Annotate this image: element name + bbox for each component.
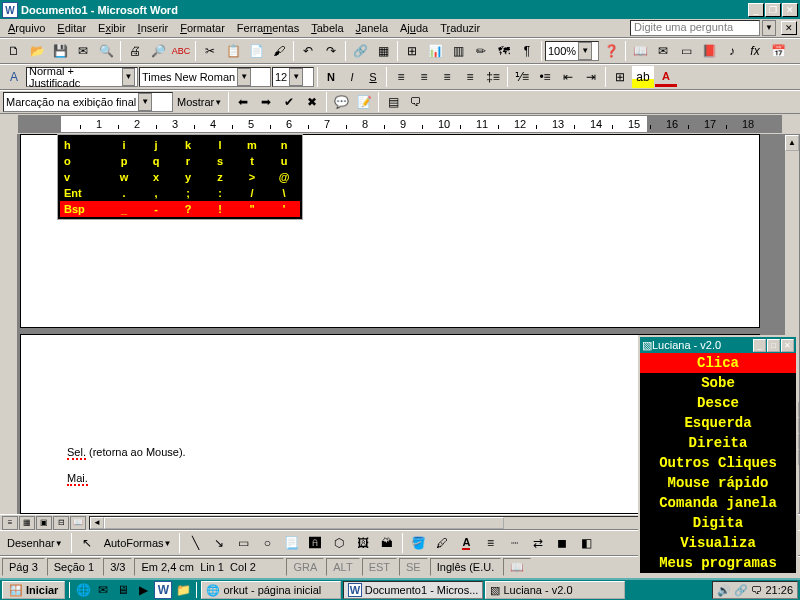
luciana-item-desce[interactable]: Desce (640, 393, 796, 413)
highlight-button[interactable]: ab (632, 66, 654, 88)
kbd-key[interactable]: " (236, 201, 268, 217)
minimize-button[interactable]: _ (748, 3, 764, 17)
luciana-item-comanda-janela[interactable]: Comanda janela (640, 493, 796, 513)
kbd-key[interactable]: j (140, 137, 172, 153)
taskbar-button-0[interactable]: 🌐orkut - página inicial (201, 581, 341, 599)
kbd-key[interactable]: ? (172, 201, 204, 217)
excel-button[interactable]: 📊 (424, 40, 446, 62)
kbd-row-0[interactable]: hijklmn (60, 137, 300, 153)
reading-view-button[interactable]: 📖 (70, 516, 86, 530)
next-change-button[interactable]: ➡ (255, 91, 277, 113)
kbd-key[interactable]: s (204, 153, 236, 169)
insert-table-button[interactable]: ⊞ (401, 40, 423, 62)
columns-button[interactable]: ▥ (447, 40, 469, 62)
kbd-key[interactable]: q (140, 153, 172, 169)
open-button[interactable]: 📂 (26, 40, 48, 62)
email-button[interactable]: ✉ (72, 40, 94, 62)
luciana-item-direita[interactable]: Direita (640, 433, 796, 453)
help-search-arrow[interactable]: ▼ (762, 20, 776, 36)
doc-line-2[interactable]: Mai. (67, 469, 88, 486)
menu-janela[interactable]: Janela (351, 20, 393, 36)
kbd-key[interactable]: k (172, 137, 204, 153)
kbd-key[interactable]: ; (172, 185, 204, 201)
kbd-key[interactable]: Ent (60, 185, 108, 201)
status-language[interactable]: Inglês (E.U. (430, 558, 501, 576)
line-spacing-button[interactable]: ‡≡ (482, 66, 504, 88)
luciana-item-esquerda[interactable]: Esquerda (640, 413, 796, 433)
luciana-item-mouse-rápido[interactable]: Mouse rápido (640, 473, 796, 493)
kbd-key[interactable]: w (108, 169, 140, 185)
styles-pane-button[interactable]: A (3, 66, 25, 88)
kbd-key[interactable]: @ (268, 169, 300, 185)
clipart-button[interactable]: 🖼 (352, 532, 374, 554)
status-alt[interactable]: ALT (326, 558, 359, 576)
align-left-button[interactable]: ≡ (390, 66, 412, 88)
kbd-key[interactable]: _ (108, 201, 140, 217)
kbd-key[interactable]: r (172, 153, 204, 169)
borders-button[interactable]: ⊞ (609, 66, 631, 88)
fill-color-button[interactable]: 🪣 (407, 532, 429, 554)
prev-change-button[interactable]: ⬅ (232, 91, 254, 113)
fx-button[interactable]: fx (744, 40, 766, 62)
indent-button[interactable]: ⇥ (580, 66, 602, 88)
font-color-draw-button[interactable]: A (455, 532, 477, 554)
arrow-button[interactable]: ↘ (208, 532, 230, 554)
luciana-close-button[interactable]: ✕ (781, 339, 794, 352)
undo-button[interactable]: ↶ (297, 40, 319, 62)
copy-button[interactable]: 📋 (222, 40, 244, 62)
arrow-style-button[interactable]: ⇄ (527, 532, 549, 554)
print-button[interactable]: 🖨 (124, 40, 146, 62)
align-right-button[interactable]: ≡ (436, 66, 458, 88)
doc-line-1[interactable]: Sel. (retorna ao Mouse). (67, 443, 186, 460)
luciana-window[interactable]: ▧ Luciana - v2.0 _ □ ✕ ClicaSobeDesceEsq… (638, 335, 798, 575)
comment-button[interactable]: 💬 (330, 91, 352, 113)
rectangle-button[interactable]: ▭ (232, 532, 254, 554)
style-combo[interactable]: Normal + Justificadc▼ (26, 67, 138, 87)
fontsize-combo[interactable]: 12▼ (272, 67, 314, 87)
luciana-item-clica[interactable]: Clica (640, 353, 796, 373)
kbd-key[interactable]: p (108, 153, 140, 169)
horizontal-ruler[interactable]: 123456789101112131415161718 (18, 115, 782, 133)
doc-close-button[interactable]: ✕ (781, 21, 797, 35)
kbd-row-1[interactable]: opqrstu (60, 153, 300, 169)
char-border-button[interactable]: ▭ (675, 40, 697, 62)
kbd-row-4[interactable]: Bsp_-?!"' (60, 201, 300, 217)
tray-icon-2[interactable]: 🔗 (734, 584, 748, 597)
oval-button[interactable]: ○ (256, 532, 278, 554)
luciana-minimize-button[interactable]: _ (753, 339, 766, 352)
menu-editar[interactable]: Editar (52, 20, 91, 36)
drawing-toggle-button[interactable]: ✏ (470, 40, 492, 62)
luciana-maximize-button[interactable]: □ (767, 339, 780, 352)
ql-desktop-icon[interactable]: 🖥 (114, 581, 132, 599)
3d-button[interactable]: ◧ (575, 532, 597, 554)
kbd-key[interactable]: n (268, 137, 300, 153)
show-marks-button[interactable]: ¶ (516, 40, 538, 62)
shadow-button[interactable]: ◼ (551, 532, 573, 554)
envelope-button[interactable]: ✉ (652, 40, 674, 62)
system-tray[interactable]: 🔊 🔗 🗨 21:26 (712, 581, 798, 599)
kbd-key[interactable]: / (236, 185, 268, 201)
justify-button[interactable]: ≡ (459, 66, 481, 88)
select-objects-button[interactable]: ↖ (76, 532, 98, 554)
scroll-up-button[interactable]: ▲ (785, 135, 799, 151)
kbd-key[interactable]: v (60, 169, 108, 185)
close-button[interactable]: ✕ (782, 3, 798, 17)
luciana-item-visualiza[interactable]: Visualiza (640, 533, 796, 553)
track-changes-button[interactable]: 📝 (353, 91, 375, 113)
draw-menu[interactable]: Desenhar ▼ (3, 537, 67, 549)
status-gra[interactable]: GRA (286, 558, 324, 576)
paste-button[interactable]: 📄 (245, 40, 267, 62)
luciana-item-meus-programas[interactable]: Meus programas (640, 553, 796, 573)
dict-button[interactable]: 📕 (698, 40, 720, 62)
help-search-input[interactable]: Digite uma pergunta (630, 20, 760, 36)
search-button[interactable]: 🔍 (95, 40, 117, 62)
kbd-key[interactable]: h (60, 137, 108, 153)
save-button[interactable]: 💾 (49, 40, 71, 62)
font-color-button[interactable]: A (655, 68, 677, 87)
accept-button[interactable]: ✔ (278, 91, 300, 113)
numbering-button[interactable]: ⅟≡ (511, 66, 533, 88)
print-view-button[interactable]: ▣ (36, 516, 52, 530)
tray-icon-1[interactable]: 🔊 (717, 584, 731, 597)
read-button[interactable]: 📖 (629, 40, 651, 62)
line-color-button[interactable]: 🖊 (431, 532, 453, 554)
